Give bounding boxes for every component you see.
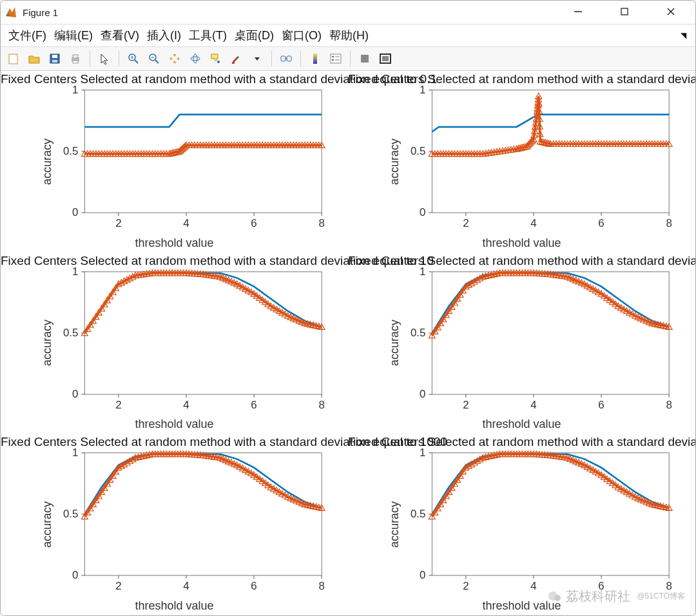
watermark-text: 荔枝科研社 bbox=[566, 588, 630, 605]
brush-button[interactable] bbox=[227, 50, 246, 68]
svg-text:6: 6 bbox=[251, 399, 256, 411]
svg-rect-28 bbox=[287, 56, 291, 61]
svg-rect-30 bbox=[313, 53, 317, 64]
svg-marker-26 bbox=[255, 57, 260, 61]
figure-area[interactable]: Fixed Centers Selected at random method … bbox=[1, 71, 695, 615]
svg-text:0.5: 0.5 bbox=[63, 327, 78, 339]
toolbar-separator bbox=[300, 51, 301, 66]
subplot[interactable]: Fixed Centers Selected at random method … bbox=[348, 71, 695, 253]
menu-tools[interactable]: 工具(T) bbox=[186, 26, 229, 44]
svg-text:4: 4 bbox=[183, 399, 189, 411]
svg-rect-69 bbox=[84, 271, 322, 394]
svg-text:0: 0 bbox=[72, 569, 78, 581]
svg-rect-39 bbox=[84, 90, 322, 213]
hide-panel-button[interactable] bbox=[356, 50, 374, 68]
svg-point-130 bbox=[554, 595, 561, 601]
svg-point-22 bbox=[193, 54, 197, 63]
svg-line-15 bbox=[135, 60, 138, 63]
svg-rect-32 bbox=[332, 56, 334, 57]
show-panel-button[interactable] bbox=[376, 50, 394, 68]
svg-text:6: 6 bbox=[251, 217, 256, 229]
legend-button[interactable] bbox=[327, 50, 345, 68]
menu-help[interactable]: 帮助(H) bbox=[327, 26, 371, 44]
svg-text:6: 6 bbox=[598, 399, 604, 411]
svg-text:1: 1 bbox=[420, 447, 425, 459]
svg-text:0: 0 bbox=[420, 206, 425, 218]
svg-text:2: 2 bbox=[115, 580, 121, 592]
window-minimize-button[interactable] bbox=[564, 3, 592, 22]
svg-text:4: 4 bbox=[183, 217, 189, 229]
new-figure-button[interactable] bbox=[5, 50, 23, 68]
menu-desktop[interactable]: 桌面(D) bbox=[232, 26, 276, 44]
svg-text:0: 0 bbox=[72, 388, 78, 400]
svg-text:8: 8 bbox=[318, 580, 324, 592]
save-button[interactable] bbox=[46, 50, 64, 68]
datatip-button[interactable] bbox=[207, 50, 225, 68]
link-button[interactable] bbox=[277, 50, 295, 68]
svg-rect-54 bbox=[432, 90, 669, 213]
subplot[interactable]: Fixed Centers Selected at random method … bbox=[348, 253, 695, 434]
subplot[interactable]: Fixed Centers Selected at random method … bbox=[1, 434, 348, 615]
svg-point-21 bbox=[191, 57, 200, 61]
svg-rect-25 bbox=[232, 62, 235, 64]
svg-text:0: 0 bbox=[420, 569, 425, 581]
print-button[interactable] bbox=[66, 50, 84, 68]
svg-text:2: 2 bbox=[115, 399, 121, 411]
svg-text:0.5: 0.5 bbox=[411, 508, 425, 520]
svg-text:1: 1 bbox=[72, 84, 78, 96]
svg-rect-13 bbox=[73, 61, 78, 63]
open-button[interactable] bbox=[25, 50, 43, 68]
matlab-icon bbox=[5, 6, 17, 19]
svg-text:8: 8 bbox=[318, 217, 324, 229]
svg-text:4: 4 bbox=[530, 580, 536, 592]
titlebar: Figure 1 bbox=[1, 1, 695, 24]
svg-text:0: 0 bbox=[420, 388, 425, 400]
svg-rect-3 bbox=[621, 8, 628, 15]
svg-rect-33 bbox=[332, 59, 334, 61]
menu-overflow-icon[interactable]: ◥ bbox=[678, 30, 690, 41]
svg-text:0.5: 0.5 bbox=[411, 145, 425, 157]
subplot[interactable]: Fixed Centers Selected at random method … bbox=[1, 253, 348, 434]
toolbar bbox=[1, 47, 695, 71]
brush-dropdown-icon[interactable] bbox=[248, 50, 266, 68]
menu-window[interactable]: 窗口(O) bbox=[279, 26, 324, 44]
svg-point-24 bbox=[217, 61, 220, 63]
window-title: Figure 1 bbox=[23, 7, 564, 18]
window-maximize-button[interactable] bbox=[610, 3, 639, 22]
menu-view[interactable]: 查看(V) bbox=[98, 26, 142, 44]
svg-text:1: 1 bbox=[420, 265, 425, 277]
svg-rect-12 bbox=[73, 55, 78, 58]
svg-rect-84 bbox=[432, 271, 669, 394]
menu-edit[interactable]: 编辑(E) bbox=[52, 26, 95, 44]
svg-text:0.5: 0.5 bbox=[63, 145, 78, 157]
wechat-icon bbox=[548, 590, 562, 604]
zoom-in-button[interactable] bbox=[124, 50, 142, 68]
svg-rect-36 bbox=[361, 55, 369, 63]
svg-text:4: 4 bbox=[530, 217, 536, 229]
svg-text:6: 6 bbox=[598, 217, 604, 229]
toolbar-separator bbox=[271, 51, 272, 66]
svg-text:2: 2 bbox=[115, 217, 121, 229]
window-close-button[interactable] bbox=[657, 3, 685, 22]
rotate3d-button[interactable] bbox=[186, 50, 204, 68]
svg-text:2: 2 bbox=[463, 399, 469, 411]
menu-insert[interactable]: 插入(I) bbox=[144, 26, 184, 44]
svg-text:0: 0 bbox=[72, 206, 78, 218]
svg-text:4: 4 bbox=[530, 399, 536, 411]
colorbar-button[interactable] bbox=[306, 50, 324, 68]
svg-text:8: 8 bbox=[318, 399, 324, 411]
svg-rect-10 bbox=[52, 60, 57, 63]
menu-file[interactable]: 文件(F) bbox=[6, 26, 49, 44]
svg-rect-114 bbox=[432, 453, 669, 575]
subplot[interactable]: Fixed Centers Selected at random method … bbox=[1, 71, 348, 253]
svg-text:1: 1 bbox=[72, 447, 78, 459]
svg-rect-99 bbox=[84, 453, 322, 575]
zoom-out-button[interactable] bbox=[145, 50, 163, 68]
svg-text:2: 2 bbox=[463, 217, 469, 229]
toolbar-separator bbox=[350, 51, 351, 66]
pointer-button[interactable] bbox=[95, 50, 113, 68]
pan-button[interactable] bbox=[166, 50, 184, 68]
svg-text:2: 2 bbox=[463, 580, 469, 592]
svg-text:0.5: 0.5 bbox=[411, 327, 425, 339]
svg-text:1: 1 bbox=[420, 84, 425, 96]
